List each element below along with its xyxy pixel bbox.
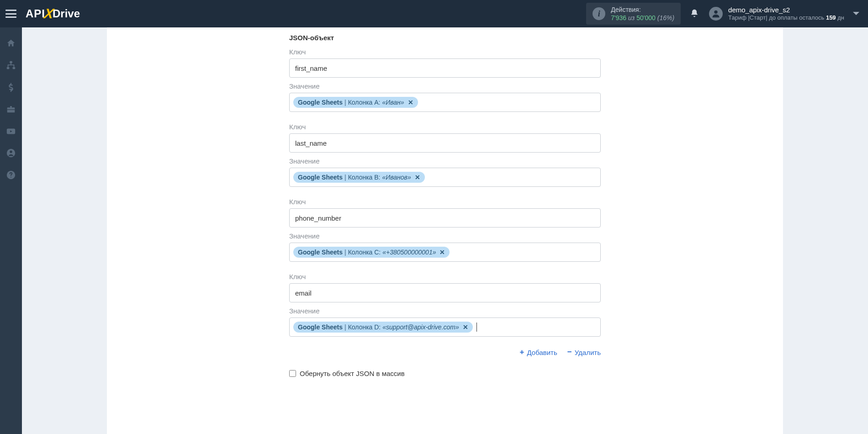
actions-used: 7'936 [611, 14, 626, 21]
sidebar [0, 27, 22, 434]
wrap-array-row[interactable]: Обернуть объект JSON в массив [289, 370, 601, 377]
billing-icon[interactable] [6, 82, 16, 92]
chip-remove-icon[interactable]: ✕ [408, 99, 413, 106]
source-chip[interactable]: Google Sheets|Колонка D: «support@apix-d… [293, 322, 473, 333]
chip-remove-icon[interactable]: ✕ [439, 249, 445, 256]
connections-icon[interactable] [6, 60, 16, 70]
add-button[interactable]: +Добавить [520, 348, 557, 357]
key-label: Ключ [289, 123, 601, 131]
content-area: JSON-объект КлючЗначениеGoogle Sheets|Ко… [22, 27, 868, 434]
actions-counter[interactable]: i Действия: 7'936 из 50'000 (16%) [586, 3, 681, 25]
source-chip[interactable]: Google Sheets|Колонка A: «Иван»✕ [293, 97, 418, 108]
notifications-icon[interactable] [690, 9, 699, 19]
key-input[interactable] [289, 283, 601, 302]
key-label: Ключ [289, 48, 601, 56]
key-input[interactable] [289, 133, 601, 153]
chip-remove-icon[interactable]: ✕ [463, 323, 468, 331]
svg-rect-4 [7, 107, 15, 112]
actions-of: из [628, 14, 635, 21]
value-input[interactable]: Google Sheets|Колонка A: «Иван»✕ [289, 93, 601, 112]
value-label: Значение [289, 157, 601, 165]
caret [476, 323, 477, 332]
actions-label: Действия: [611, 5, 674, 14]
key-input[interactable] [289, 58, 601, 78]
video-icon[interactable] [6, 126, 16, 136]
chevron-down-icon[interactable] [852, 10, 860, 18]
value-input[interactable]: Google Sheets|Колонка B: «Иванов»✕ [289, 168, 601, 187]
svg-rect-3 [13, 67, 15, 69]
logo[interactable]: APIXDrive [26, 6, 80, 21]
source-chip[interactable]: Google Sheets|Колонка B: «Иванов»✕ [293, 172, 425, 183]
value-label: Значение [289, 232, 601, 240]
source-chip[interactable]: Google Sheets|Колонка C: «+380500000001»… [293, 247, 450, 258]
topbar: APIXDrive i Действия: 7'936 из 50'000 (1… [0, 0, 868, 27]
home-icon[interactable] [6, 38, 16, 48]
chip-remove-icon[interactable]: ✕ [415, 174, 420, 181]
wrap-array-label: Обернуть объект JSON в массив [300, 370, 405, 377]
page-card: JSON-объект КлючЗначениеGoogle Sheets|Ко… [107, 27, 783, 434]
delete-button[interactable]: −Удалить [567, 348, 601, 357]
key-label: Ключ [289, 273, 601, 281]
value-input[interactable]: Google Sheets|Колонка C: «+380500000001»… [289, 243, 601, 262]
svg-rect-1 [10, 61, 12, 64]
key-input[interactable] [289, 208, 601, 228]
help-icon[interactable] [6, 170, 16, 180]
svg-rect-2 [7, 67, 10, 69]
avatar-icon[interactable] [709, 7, 723, 21]
value-label: Значение [289, 82, 601, 90]
key-label: Ключ [289, 198, 601, 206]
value-input[interactable]: Google Sheets|Колонка D: «support@apix-d… [289, 318, 601, 337]
username: demo_apix-drive_s2 [728, 5, 844, 15]
section-title: JSON-объект [289, 34, 601, 42]
actions-limit: 50'000 [636, 14, 656, 21]
svg-point-7 [10, 151, 12, 153]
tariff-line: Тариф |Старт| до оплаты осталось 159 дн [728, 14, 844, 22]
wrap-array-checkbox[interactable] [289, 370, 296, 377]
user-block[interactable]: demo_apix-drive_s2 Тариф |Старт| до опла… [728, 5, 844, 22]
value-label: Значение [289, 307, 601, 315]
info-icon: i [593, 7, 605, 20]
menu-toggle-icon[interactable] [5, 10, 16, 18]
briefcase-icon[interactable] [6, 104, 16, 114]
actions-percent: (16%) [657, 14, 674, 21]
profile-icon[interactable] [6, 148, 16, 158]
svg-point-0 [714, 11, 717, 14]
